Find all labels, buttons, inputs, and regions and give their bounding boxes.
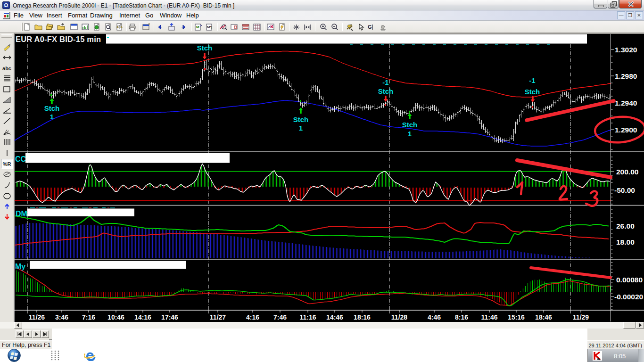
svg-text:1.2940: 1.2940	[615, 99, 637, 107]
svg-text:7:46: 7:46	[273, 313, 287, 321]
svg-text:1: 1	[408, 130, 412, 138]
svg-text:1.2980: 1.2980	[615, 72, 637, 80]
svg-text:Stch: Stch	[402, 121, 418, 129]
svg-text:18:16: 18:16	[354, 313, 371, 321]
svg-text:11:46: 11:46	[481, 313, 497, 321]
svg-text:Stch: Stch	[525, 88, 540, 96]
svg-text:M: M	[196, 25, 199, 29]
svg-text:14:16: 14:16	[134, 313, 151, 321]
svg-text:18:46: 18:46	[535, 313, 552, 321]
svg-text:11/26: 11/26	[29, 313, 45, 321]
svg-text:-0.00020: -0.00020	[614, 293, 643, 301]
svg-text:3:46: 3:46	[55, 313, 68, 321]
svg-text:1: 1	[50, 113, 54, 121]
svg-text:0.00080: 0.00080	[616, 276, 643, 284]
svg-text:1.3020: 1.3020	[615, 46, 637, 54]
svg-text:DM: DM	[16, 210, 27, 218]
svg-text:200.00: 200.00	[616, 168, 638, 176]
svg-text:Stch: Stch	[293, 115, 309, 123]
svg-text:-1: -1	[529, 76, 535, 84]
svg-text:Stch: Stch	[378, 87, 394, 95]
svg-text:-50.00: -50.00	[614, 186, 635, 194]
svg-text:10:46: 10:46	[107, 313, 124, 321]
svg-text:CC: CC	[15, 155, 26, 163]
svg-text:Stch: Stch	[44, 104, 60, 112]
svg-text:Stch: Stch	[197, 44, 213, 52]
svg-text:4:16: 4:16	[246, 313, 259, 321]
svg-text:-1: -1	[382, 78, 388, 86]
svg-text:11/28: 11/28	[391, 313, 407, 321]
svg-text:1.2900: 1.2900	[615, 126, 637, 134]
svg-text:1: 1	[299, 124, 303, 132]
svg-text:G: G	[368, 24, 372, 30]
svg-text:15:16: 15:16	[508, 313, 525, 321]
svg-text:11/29: 11/29	[573, 313, 589, 321]
svg-text:11/27: 11/27	[210, 313, 226, 321]
svg-text:4:46: 4:46	[428, 313, 441, 321]
svg-text:11:16: 11:16	[299, 313, 316, 321]
svg-text:17:46: 17:46	[161, 313, 178, 321]
svg-text:7:16: 7:16	[82, 313, 95, 321]
svg-text:18.00: 18.00	[616, 238, 635, 246]
svg-text:26.00: 26.00	[616, 222, 635, 230]
svg-text:M¶: M¶	[207, 25, 213, 29]
svg-text:14:46: 14:46	[326, 313, 343, 321]
svg-text:8:16: 8:16	[455, 313, 468, 321]
svg-text:My: My	[15, 263, 25, 271]
svg-text:EUR A0-FX BID-15 min: EUR A0-FX BID-15 min	[16, 35, 101, 43]
